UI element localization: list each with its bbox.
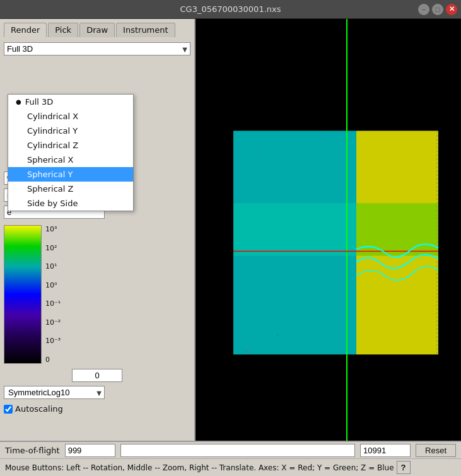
autoscale-checkbox[interactable]: [4, 405, 13, 414]
projection-dropdown[interactable]: Full 3D: [4, 42, 190, 55]
canvas-area: [195, 19, 461, 441]
menu-item-sph-x[interactable]: Spherical X: [8, 153, 133, 167]
svg-rect-11: [290, 341, 291, 342]
svg-rect-10: [259, 151, 259, 151]
tab-pick[interactable]: Pick: [48, 23, 78, 37]
title-bar: CG3_056700030001.nxs − □ ✕: [0, 0, 461, 19]
symlog-row: SymmetricLog10 Linear Log10: [4, 386, 190, 399]
symlog-wrapper[interactable]: SymmetricLog10 Linear Log10: [4, 386, 105, 399]
bottom-bar1: Time-of-flight Reset: [0, 441, 461, 458]
menu-item-sph-y[interactable]: Spherical Y: [8, 167, 133, 182]
menu-item-sph-z[interactable]: Spherical Z: [8, 182, 133, 196]
norm-input[interactable]: 0: [72, 369, 122, 382]
colorbar-label-4: 10⁻¹: [45, 299, 61, 308]
colorbar-label-5: 10⁻²: [45, 318, 61, 327]
tab-draw[interactable]: Draw: [79, 23, 115, 37]
svg-rect-12: [246, 351, 247, 352]
menu-item-cyl-x[interactable]: Cylindrical X: [8, 109, 133, 124]
colorbar-label-2: 10¹: [45, 262, 61, 270]
help-button[interactable]: ?: [397, 461, 411, 474]
autoscale-row: Autoscaling: [4, 404, 190, 414]
tof-input2[interactable]: [120, 444, 355, 457]
tab-instrument[interactable]: Instrument: [116, 23, 175, 37]
window-title: CG3_056700030001.nxs: [180, 4, 281, 14]
minimize-button[interactable]: −: [418, 4, 429, 15]
tab-bar: Render Pick Draw Instrument: [4, 23, 190, 37]
colorbar-label-6: 10⁻³: [45, 337, 61, 345]
menu-item-cyl-y[interactable]: Cylindrical Y: [8, 124, 133, 138]
svg-rect-4: [356, 203, 438, 255]
symlog-select[interactable]: SymmetricLog10 Linear Log10: [4, 386, 105, 399]
menu-item-side-by-side[interactable]: Side by Side: [8, 196, 133, 211]
colorbar-section: 10³ 10² 10¹ 10⁰ 10⁻¹ 10⁻² 10⁻³ 0: [4, 225, 190, 364]
bottom-bar2: Mouse Buttons: Left -- Rotation, Middle …: [0, 458, 461, 476]
menu-item-full3d[interactable]: Full 3D: [8, 95, 133, 109]
tof-input1[interactable]: [65, 444, 115, 457]
svg-rect-14: [277, 335, 278, 335]
tab-render[interactable]: Render: [4, 23, 47, 37]
projection-dropdown-wrapper[interactable]: Full 3D: [4, 42, 190, 55]
menu-item-cyl-z[interactable]: Cylindrical Z: [8, 138, 133, 153]
colorbar: [4, 225, 42, 364]
colorbar-label-7: 0: [45, 356, 61, 364]
colorbar-label-1: 10²: [45, 244, 61, 252]
projection-menu: Full 3D Cylindrical X Cylindrical Y Cyli…: [8, 94, 134, 211]
left-panel: Render Pick Draw Instrument Full 3D Full…: [0, 19, 195, 441]
visualization-svg: [195, 19, 461, 441]
colorbar-label-3: 10⁰: [45, 281, 61, 289]
close-button[interactable]: ✕: [446, 4, 457, 15]
mouse-help-text: Mouse Buttons: Left -- Rotation, Middle …: [5, 463, 394, 472]
svg-rect-9: [234, 131, 235, 132]
window-controls: − □ ✕: [418, 4, 457, 15]
maximize-button[interactable]: □: [432, 4, 443, 15]
norm-row: 0: [4, 369, 190, 382]
svg-rect-13: [322, 134, 322, 135]
colorbar-label-0: 10³: [45, 225, 61, 233]
tof-label: Time-of-flight: [5, 446, 60, 455]
reset-button[interactable]: Reset: [416, 444, 456, 457]
tof-input3[interactable]: [360, 444, 411, 457]
colorbar-labels: 10³ 10² 10¹ 10⁰ 10⁻¹ 10⁻² 10⁻³ 0: [44, 225, 62, 364]
svg-rect-3: [233, 203, 356, 255]
autoscale-label: Autoscaling: [15, 404, 63, 414]
